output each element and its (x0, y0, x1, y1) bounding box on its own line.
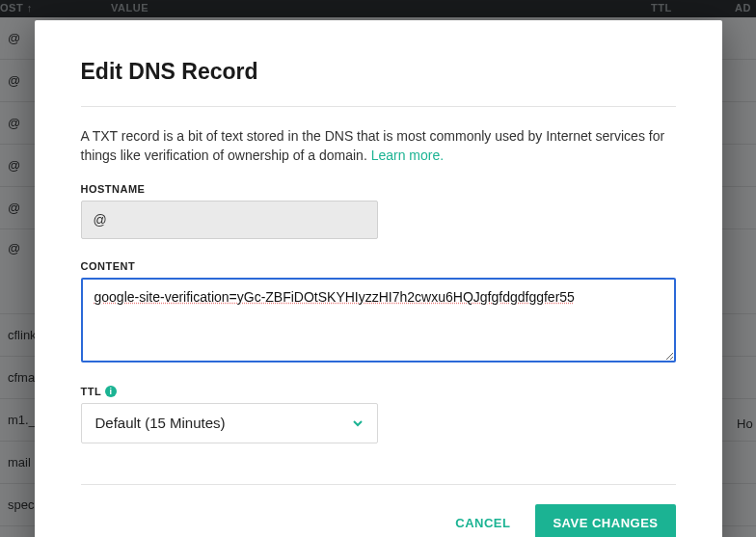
info-icon: i (105, 386, 117, 397)
chevron-down-icon (352, 417, 364, 429)
modal-description: A TXT record is a bit of text stored in … (81, 126, 676, 166)
ttl-select-value: Default (15 Minutes) (95, 415, 226, 431)
modal-overlay[interactable]: Edit DNS Record A TXT record is a bit of… (0, 0, 756, 537)
modal-footer: CANCEL SAVE CHANGES (81, 504, 676, 537)
ttl-label: TTL i (81, 386, 676, 397)
footer-divider (81, 484, 676, 485)
svg-text:i: i (110, 387, 113, 396)
cancel-button[interactable]: CANCEL (455, 516, 510, 530)
save-button[interactable]: SAVE CHANGES (535, 504, 675, 537)
content-textarea[interactable] (81, 278, 676, 362)
hostname-input[interactable] (81, 201, 378, 239)
ttl-select[interactable]: Default (15 Minutes) (81, 403, 378, 443)
modal-title: Edit DNS Record (81, 59, 676, 85)
hostname-label: HOSTNAME (81, 183, 676, 195)
learn-more-link[interactable]: Learn more. (371, 148, 444, 163)
divider (81, 106, 676, 107)
edit-dns-record-modal: Edit DNS Record A TXT record is a bit of… (35, 20, 722, 537)
content-label: CONTENT (81, 260, 676, 272)
